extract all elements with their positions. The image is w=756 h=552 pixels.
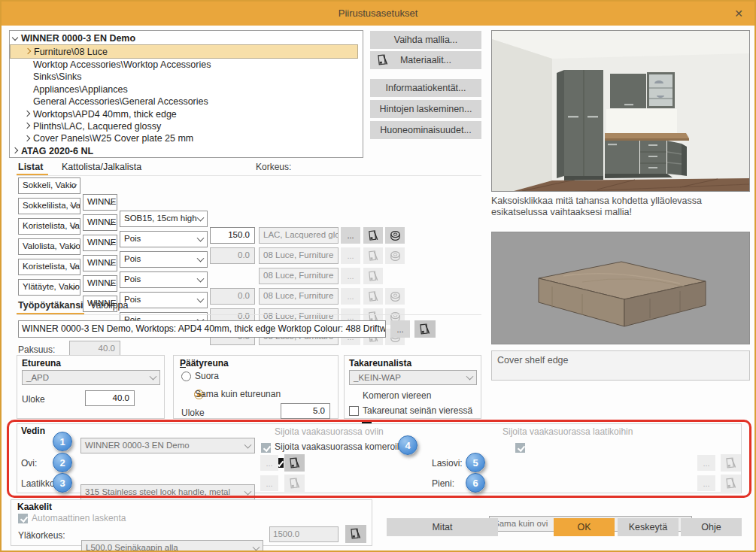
more-button: ... bbox=[697, 455, 715, 471]
straight-radio-label[interactable]: Suora bbox=[195, 371, 219, 381]
tiles-group: Kaakelit Automaattinen laskenta Yläkorke… bbox=[11, 499, 372, 546]
help-button[interactable]: Ohje bbox=[681, 518, 742, 536]
chevron-right-icon[interactable] bbox=[22, 121, 33, 131]
annotation-badge-2: 2 bbox=[53, 453, 72, 472]
chevron-placeholder bbox=[22, 97, 33, 107]
material-swatch-icon[interactable] bbox=[345, 525, 366, 543]
list-row: Sokkeli, Vakio WINNE SOB15, 15cm high 15… bbox=[2, 177, 756, 194]
thickness-field: 40.0 bbox=[69, 341, 120, 356]
list-row: Koristelista, Va WINNE Pois 0.0 08 Luce,… bbox=[2, 259, 756, 275]
tree-item-cover-panels[interactable]: Cover Panels\W25 Cover plate 25 mm bbox=[10, 132, 363, 144]
height-column-label: Korkeus: bbox=[256, 162, 291, 172]
list-row: Koristelista, Va WINNE Pois 08 Luce, Fur… bbox=[2, 218, 756, 235]
back-edges-against-wall-label[interactable]: Takareunat seinän vieressä bbox=[363, 405, 472, 416]
list-type-select[interactable]: Koristelista, Va bbox=[18, 218, 80, 235]
glass-door-label: Lasiovi: bbox=[432, 458, 463, 469]
price-calculation-button[interactable]: Hintojen laskeminen... bbox=[370, 100, 481, 118]
tab-listat[interactable]: Listat bbox=[18, 162, 43, 172]
ok-button[interactable]: OK bbox=[554, 518, 615, 536]
next-to-tall-unit-label[interactable]: Komeron viereen bbox=[363, 390, 431, 401]
tree-item-general-accessories[interactable]: General Accessories\General Accessories bbox=[10, 96, 363, 108]
tree-item-winner-demo[interactable]: WINNER 0000-3 EN Demo bbox=[10, 32, 363, 44]
annotation-badge-4: 4 bbox=[398, 435, 417, 455]
horizontal-on-drawers-label: Sijoita vaakasuorassa laatikoihin bbox=[502, 426, 633, 437]
materials-button[interactable]: Materiaalit... bbox=[370, 51, 481, 69]
list-type-select[interactable]: Valolista, Vakio bbox=[18, 238, 80, 255]
end-edge-group: Päätyreuna Suora Sama kuin etureunan Ulo… bbox=[173, 355, 339, 419]
tree-item-worktops[interactable]: Worktops\APD4 40mm, thick edge bbox=[10, 108, 363, 120]
group-title: Etureuna bbox=[22, 358, 61, 369]
list-row: Sokkelilista, Va WINNE Pois 0.0 08 Luce,… bbox=[2, 198, 756, 214]
front-edge-profile-select: _APD bbox=[22, 370, 160, 385]
drawer-label: Laatikko: bbox=[21, 478, 57, 489]
door-label: Ovi: bbox=[21, 458, 37, 469]
list-row: Valolista, Vakio WINNE Pois 0.0 08 Luce,… bbox=[2, 238, 756, 255]
material-swatch-icon bbox=[284, 475, 305, 492]
chevron-placeholder bbox=[22, 72, 33, 82]
overhang-field[interactable]: 5.0 bbox=[281, 403, 330, 419]
material-swatch-icon[interactable] bbox=[414, 320, 436, 338]
front-edge-group: Etureuna _APD Uloke 40.0 bbox=[17, 355, 165, 419]
chevron-right-icon[interactable] bbox=[22, 109, 33, 119]
list-type-select[interactable]: Koristelista, Va bbox=[18, 259, 80, 275]
annotation-badge-5: 5 bbox=[466, 453, 485, 472]
tab-separator bbox=[17, 314, 481, 315]
information-fields-button[interactable]: Informaatiokentät... bbox=[370, 79, 481, 97]
group-title: Kaakelit bbox=[17, 502, 52, 512]
more-button[interactable]: ... bbox=[390, 320, 410, 338]
back-edge-profile-select: _KEIN-WAP bbox=[349, 370, 477, 385]
tab-valolippa[interactable]: Valolippa bbox=[90, 300, 129, 311]
tree-item-appliances[interactable]: Appliances\Appliances bbox=[10, 83, 363, 96]
horizontal-on-doors-checkbox bbox=[261, 443, 271, 453]
horizontal-on-tall-units-label[interactable]: Sijoita vaakasuorassa komeroihin bbox=[275, 441, 409, 452]
tree-item-plinths[interactable]: Plinths\LAC, Lacquered glossy bbox=[10, 120, 363, 132]
list-type-select[interactable]: Sokkeli, Vakio bbox=[18, 177, 80, 194]
group-title: Päätyreuna bbox=[180, 358, 229, 369]
same-as-front-radio-label[interactable]: Sama kuin etureunan bbox=[195, 389, 281, 399]
horizontal-on-drawers-checkbox bbox=[515, 443, 525, 453]
dialog-title: Piirustusasetukset bbox=[2, 8, 754, 19]
material-swatch-icon bbox=[721, 475, 741, 492]
annotation-badge-3: 3 bbox=[53, 473, 72, 493]
list-row: Ylätäyte, Vakio WINNE Pois 0.0 08 Luce, … bbox=[2, 279, 756, 296]
more-button: ... bbox=[260, 455, 278, 471]
tree-item-worktop-accessories[interactable]: Worktop Accessories\Worktop Accessories bbox=[10, 59, 363, 71]
chevron-placeholder bbox=[22, 59, 33, 69]
room-properties-button[interactable]: Huoneominaisuudet... bbox=[370, 121, 481, 139]
straight-radio[interactable] bbox=[181, 372, 191, 381]
annotation-badge-6: 6 bbox=[466, 473, 485, 493]
material-swatch-icon[interactable] bbox=[284, 454, 305, 472]
list-type-select[interactable]: Ylätäyte, Vakio bbox=[18, 279, 80, 296]
close-icon[interactable]: ✕ bbox=[730, 5, 747, 22]
catalogue-tree: WINNER 0000-3 EN Demo Furniture\08 Luce … bbox=[9, 30, 363, 158]
chevron-down-icon[interactable] bbox=[10, 34, 21, 44]
cancel-button[interactable]: Keskeytä bbox=[618, 518, 679, 536]
dimensions-button[interactable]: Mitat bbox=[387, 518, 498, 536]
chevron-right-icon[interactable] bbox=[23, 47, 34, 56]
change-model-button[interactable]: Vaihda mallia... bbox=[370, 31, 481, 49]
tab-tyopoytakansi[interactable]: Työpöytäkansi bbox=[18, 300, 83, 311]
tree-item-sinks[interactable]: Sinks\Sinks bbox=[10, 71, 363, 83]
chevron-right-icon[interactable] bbox=[22, 134, 33, 144]
overhang-field[interactable]: 40.0 bbox=[85, 390, 135, 406]
overhang-label: Uloke bbox=[181, 408, 205, 418]
annotation-badge-1: 1 bbox=[53, 432, 72, 451]
group-title: Takareunalista bbox=[349, 358, 411, 369]
next-to-tall-unit-checkbox[interactable] bbox=[349, 406, 359, 416]
tree-item-furniture[interactable]: Furniture\08 Luce bbox=[10, 44, 358, 58]
kitchen-preview-image[interactable] bbox=[491, 30, 750, 192]
worktop-material-field[interactable]: WINNER 0000-3 EN Demo, Worktops: APD4 40… bbox=[18, 320, 386, 338]
tab-kattolista-jalkalista[interactable]: Kattolista/Jalkalista bbox=[62, 162, 141, 172]
back-edge-strip-group: Takareunalista _KEIN-WAP Komeron viereen… bbox=[344, 355, 481, 419]
list-type-select[interactable]: Sokkelilista, Va bbox=[18, 198, 80, 214]
handle-model-select: WINNER 0000-3 EN Demo bbox=[80, 438, 255, 453]
automatic-calculation-checkbox bbox=[18, 514, 28, 523]
material-swatch-icon bbox=[721, 454, 741, 472]
chevron-right-icon[interactable] bbox=[10, 146, 21, 156]
door-handle-select: 315 Stainless steel look handle, metal bbox=[80, 484, 255, 500]
preview-note: Cover shelf edge bbox=[491, 350, 750, 381]
drawing-settings-dialog: Piirustusasetukset ✕ WINNER 0000-3 EN De… bbox=[0, 0, 756, 552]
tab-separator bbox=[17, 175, 481, 176]
tree-item-atag[interactable]: ATAG 2020-6 NL bbox=[10, 145, 363, 157]
small-label: Pieni: bbox=[432, 478, 454, 489]
